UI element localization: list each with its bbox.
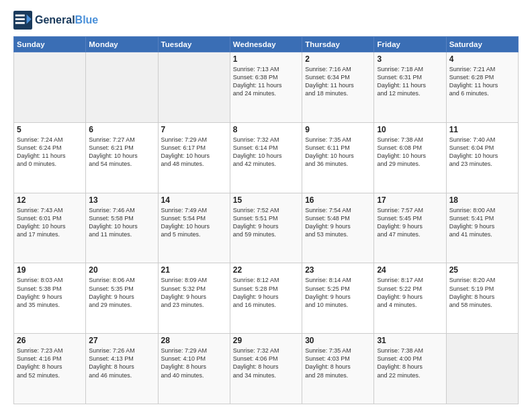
cal-cell — [14, 52, 86, 123]
cal-cell: 2Sunrise: 7:16 AM Sunset: 6:34 PM Daylig… — [302, 52, 374, 123]
day-info: Sunrise: 7:29 AM Sunset: 4:10 PM Dayligh… — [161, 347, 227, 379]
cal-cell: 19Sunrise: 8:03 AM Sunset: 5:38 PM Dayli… — [14, 263, 86, 334]
day-number: 2 — [305, 54, 371, 64]
week-row-3: 12Sunrise: 7:43 AM Sunset: 6:01 PM Dayli… — [14, 193, 519, 263]
svg-rect-2 — [15, 15, 25, 17]
cal-cell: 6Sunrise: 7:27 AM Sunset: 6:21 PM Daylig… — [86, 122, 158, 193]
cal-cell: 26Sunrise: 7:23 AM Sunset: 4:16 PM Dayli… — [14, 334, 86, 404]
cal-cell: 5Sunrise: 7:24 AM Sunset: 6:24 PM Daylig… — [14, 122, 86, 193]
day-number: 18 — [449, 195, 515, 205]
cal-cell — [446, 334, 518, 404]
day-number: 16 — [305, 195, 371, 205]
day-info: Sunrise: 8:03 AM Sunset: 5:38 PM Dayligh… — [17, 276, 83, 309]
weekday-header-row: SundayMondayTuesdayWednesdayThursdayFrid… — [14, 37, 519, 52]
calendar: SundayMondayTuesdayWednesdayThursdayFrid… — [13, 36, 519, 404]
day-info: Sunrise: 7:32 AM Sunset: 6:14 PM Dayligh… — [233, 136, 299, 169]
day-info: Sunrise: 7:49 AM Sunset: 5:54 PM Dayligh… — [161, 206, 227, 239]
weekday-header-monday: Monday — [86, 37, 158, 52]
weekday-header-sunday: Sunday — [14, 37, 86, 52]
day-info: Sunrise: 7:46 AM Sunset: 5:58 PM Dayligh… — [89, 206, 154, 239]
day-number: 11 — [449, 125, 515, 134]
cal-cell: 9Sunrise: 7:35 AM Sunset: 6:11 PM Daylig… — [302, 122, 374, 193]
week-row-4: 19Sunrise: 8:03 AM Sunset: 5:38 PM Dayli… — [14, 263, 519, 334]
day-number: 13 — [89, 195, 154, 205]
cal-cell: 16Sunrise: 7:54 AM Sunset: 5:48 PM Dayli… — [302, 193, 374, 263]
day-info: Sunrise: 7:52 AM Sunset: 5:51 PM Dayligh… — [233, 206, 299, 239]
cal-cell: 1Sunrise: 7:13 AM Sunset: 6:38 PM Daylig… — [230, 52, 302, 123]
day-number: 15 — [233, 195, 299, 205]
day-info: Sunrise: 8:06 AM Sunset: 5:35 PM Dayligh… — [89, 276, 154, 309]
day-info: Sunrise: 7:54 AM Sunset: 5:48 PM Dayligh… — [305, 206, 371, 239]
logo-text: GeneralBlue — [35, 14, 98, 26]
cal-cell: 14Sunrise: 7:49 AM Sunset: 5:54 PM Dayli… — [158, 193, 230, 263]
day-info: Sunrise: 8:20 AM Sunset: 5:19 PM Dayligh… — [449, 276, 515, 309]
calendar-table: SundayMondayTuesdayWednesdayThursdayFrid… — [13, 36, 519, 404]
page: GeneralBlue SundayMondayTuesdayWednesday… — [0, 0, 532, 411]
svg-rect-4 — [15, 22, 25, 24]
cal-cell: 31Sunrise: 7:38 AM Sunset: 4:00 PM Dayli… — [374, 334, 446, 404]
cal-cell: 8Sunrise: 7:32 AM Sunset: 6:14 PM Daylig… — [230, 122, 302, 193]
day-number: 21 — [161, 265, 227, 275]
weekday-header-tuesday: Tuesday — [158, 37, 230, 52]
day-info: Sunrise: 7:38 AM Sunset: 6:08 PM Dayligh… — [377, 136, 443, 169]
day-number: 9 — [305, 125, 371, 134]
svg-rect-3 — [15, 18, 25, 20]
logo: GeneralBlue — [13, 11, 98, 30]
cal-cell: 24Sunrise: 8:17 AM Sunset: 5:22 PM Dayli… — [374, 263, 446, 334]
cal-cell: 28Sunrise: 7:29 AM Sunset: 4:10 PM Dayli… — [158, 334, 230, 404]
day-number: 22 — [233, 265, 299, 275]
weekday-header-wednesday: Wednesday — [230, 37, 302, 52]
day-number: 25 — [449, 265, 515, 275]
day-info: Sunrise: 7:23 AM Sunset: 4:16 PM Dayligh… — [17, 347, 83, 379]
day-info: Sunrise: 7:13 AM Sunset: 6:38 PM Dayligh… — [233, 65, 299, 98]
day-info: Sunrise: 7:40 AM Sunset: 6:04 PM Dayligh… — [449, 136, 515, 169]
day-number: 17 — [377, 195, 443, 205]
day-number: 6 — [89, 125, 154, 134]
day-number: 5 — [17, 125, 83, 134]
day-info: Sunrise: 7:26 AM Sunset: 4:13 PM Dayligh… — [89, 347, 154, 379]
cal-cell: 7Sunrise: 7:29 AM Sunset: 6:17 PM Daylig… — [158, 122, 230, 193]
cal-cell: 12Sunrise: 7:43 AM Sunset: 6:01 PM Dayli… — [14, 193, 86, 263]
logo-icon — [13, 11, 32, 30]
cal-cell: 25Sunrise: 8:20 AM Sunset: 5:19 PM Dayli… — [446, 263, 518, 334]
cal-cell — [86, 52, 158, 123]
day-info: Sunrise: 7:24 AM Sunset: 6:24 PM Dayligh… — [17, 136, 83, 169]
header: GeneralBlue — [13, 11, 519, 30]
day-info: Sunrise: 7:27 AM Sunset: 6:21 PM Dayligh… — [89, 136, 154, 169]
day-number: 7 — [161, 125, 227, 134]
week-row-1: 1Sunrise: 7:13 AM Sunset: 6:38 PM Daylig… — [14, 52, 519, 123]
cal-cell: 13Sunrise: 7:46 AM Sunset: 5:58 PM Dayli… — [86, 193, 158, 263]
week-row-2: 5Sunrise: 7:24 AM Sunset: 6:24 PM Daylig… — [14, 122, 519, 193]
cal-cell: 11Sunrise: 7:40 AM Sunset: 6:04 PM Dayli… — [446, 122, 518, 193]
day-info: Sunrise: 7:35 AM Sunset: 4:03 PM Dayligh… — [305, 347, 371, 379]
cal-cell: 30Sunrise: 7:35 AM Sunset: 4:03 PM Dayli… — [302, 334, 374, 404]
day-number: 28 — [161, 336, 227, 345]
day-info: Sunrise: 8:00 AM Sunset: 5:41 PM Dayligh… — [449, 206, 515, 239]
day-number: 27 — [89, 336, 154, 345]
cal-cell: 21Sunrise: 8:09 AM Sunset: 5:32 PM Dayli… — [158, 263, 230, 334]
day-info: Sunrise: 8:09 AM Sunset: 5:32 PM Dayligh… — [161, 276, 227, 309]
day-info: Sunrise: 7:21 AM Sunset: 6:28 PM Dayligh… — [449, 65, 515, 98]
day-number: 23 — [305, 265, 371, 275]
week-row-5: 26Sunrise: 7:23 AM Sunset: 4:16 PM Dayli… — [14, 334, 519, 404]
cal-cell: 15Sunrise: 7:52 AM Sunset: 5:51 PM Dayli… — [230, 193, 302, 263]
day-number: 31 — [377, 336, 443, 345]
day-info: Sunrise: 7:32 AM Sunset: 4:06 PM Dayligh… — [233, 347, 299, 379]
cal-cell: 10Sunrise: 7:38 AM Sunset: 6:08 PM Dayli… — [374, 122, 446, 193]
day-number: 12 — [17, 195, 83, 205]
cal-cell: 18Sunrise: 8:00 AM Sunset: 5:41 PM Dayli… — [446, 193, 518, 263]
day-info: Sunrise: 8:14 AM Sunset: 5:25 PM Dayligh… — [305, 276, 371, 309]
day-info: Sunrise: 7:38 AM Sunset: 4:00 PM Dayligh… — [377, 347, 443, 379]
cal-cell: 27Sunrise: 7:26 AM Sunset: 4:13 PM Dayli… — [86, 334, 158, 404]
day-number: 1 — [233, 54, 299, 64]
day-number: 20 — [89, 265, 154, 275]
cal-cell: 29Sunrise: 7:32 AM Sunset: 4:06 PM Dayli… — [230, 334, 302, 404]
weekday-header-saturday: Saturday — [446, 37, 518, 52]
day-info: Sunrise: 8:17 AM Sunset: 5:22 PM Dayligh… — [377, 276, 443, 309]
day-number: 14 — [161, 195, 227, 205]
day-info: Sunrise: 7:43 AM Sunset: 6:01 PM Dayligh… — [17, 206, 83, 239]
day-info: Sunrise: 7:16 AM Sunset: 6:34 PM Dayligh… — [305, 65, 371, 98]
day-number: 3 — [377, 54, 443, 64]
day-number: 4 — [449, 54, 515, 64]
day-number: 24 — [377, 265, 443, 275]
